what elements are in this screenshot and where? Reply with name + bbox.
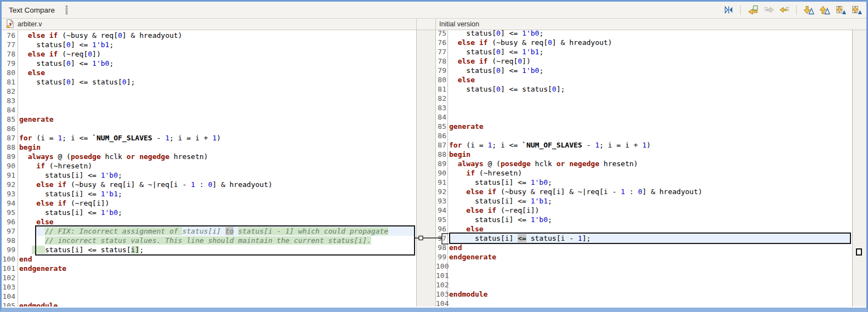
- code-text: else if (~busy & req[i] & ~|req[i - 1 : …: [18, 180, 416, 189]
- code-line[interactable]: 80 else: [2, 68, 416, 77]
- code-line[interactable]: 93 status[i] <= 1'b1;: [2, 189, 416, 198]
- code-line[interactable]: 79 status[0] <= 1'b0;: [436, 66, 852, 75]
- code-line[interactable]: 82: [2, 87, 416, 96]
- code-line[interactable]: 83: [2, 96, 416, 105]
- line-number: 78: [436, 56, 448, 66]
- pane-header-right[interactable]: Initial version: [436, 19, 852, 30]
- code-line[interactable]: 91 status[i] <= 1'b0;: [436, 178, 852, 187]
- code-text: status[i] <= 1'b0;: [448, 178, 852, 187]
- line-number: 100: [436, 262, 448, 271]
- code-line[interactable]: 90 if (~hresetn): [2, 161, 416, 171]
- previous-change-icon[interactable]: [850, 4, 862, 15]
- code-line[interactable]: 96 else: [2, 217, 416, 226]
- code-line[interactable]: 85generate: [436, 122, 852, 131]
- code-text: else if (~req[i]): [18, 198, 416, 208]
- code-text: // FIX: Incorrect assignment of status[i…: [18, 226, 416, 236]
- code-line[interactable]: 91 status[i] <= 1'b0;: [2, 171, 416, 180]
- code-line[interactable]: 94 else if (~req[i]): [2, 198, 416, 208]
- code-line[interactable]: 86: [2, 124, 416, 133]
- code-line[interactable]: 85generate: [2, 115, 416, 124]
- code-line[interactable]: 99 status[i] <= status[i];: [2, 245, 416, 254]
- code-text: else if (~req[i]): [448, 206, 852, 215]
- line-number: 104: [2, 292, 18, 301]
- line-number: 90: [2, 161, 18, 171]
- copy-current-right-to-left-icon[interactable]: [779, 4, 790, 15]
- line-number: 95: [2, 208, 18, 217]
- code-line[interactable]: 98 // incorrect status values. This line…: [2, 236, 416, 245]
- code-line[interactable]: 104: [2, 292, 416, 301]
- code-line[interactable]: 104: [436, 299, 852, 307]
- code-line[interactable]: 82: [436, 94, 852, 103]
- code-line[interactable]: 97 status[i] <= status[i - 1];: [436, 234, 852, 243]
- code-line[interactable]: 95 status[i] <= 1'b0;: [436, 215, 852, 224]
- code-line[interactable]: 95 status[i] <= 1'b0;: [2, 208, 416, 217]
- code-line[interactable]: 98end: [436, 243, 852, 252]
- right-code-pane[interactable]: 75 status[0] <= 1'b0;76 else if (~busy &…: [436, 30, 852, 307]
- code-line[interactable]: 94 else if (~req[i]): [436, 206, 852, 215]
- code-text: generate: [448, 122, 852, 131]
- code-line[interactable]: 81 status[0] <= status[0];: [2, 77, 416, 87]
- code-line[interactable]: 83: [436, 103, 852, 112]
- code-text: [448, 112, 852, 122]
- copy-all-right-to-left-icon[interactable]: [747, 4, 758, 15]
- code-line[interactable]: 81 status[0] <= status[0];: [436, 84, 852, 94]
- code-line[interactable]: 97 // FIX: Incorrect assignment of statu…: [2, 226, 416, 236]
- line-number: 93: [2, 189, 18, 198]
- previous-difference-icon[interactable]: [819, 4, 830, 15]
- code-line[interactable]: 93 status[i] <= 1'b1;: [436, 196, 852, 206]
- view-title: Text Compare: [9, 6, 55, 14]
- code-line[interactable]: 100end: [2, 254, 416, 264]
- code-line[interactable]: 102: [2, 273, 416, 282]
- line-number: 101: [436, 271, 448, 280]
- diff-connector[interactable]: [415, 223, 451, 247]
- code-line[interactable]: 103endmodule: [436, 290, 852, 299]
- copy-current-left-to-right-icon[interactable]: [763, 4, 774, 15]
- code-line[interactable]: 87for (i = 1; i <= `NUM_OF_SLAVES - 1; i…: [2, 133, 416, 143]
- code-line[interactable]: 79 status[0] <= 1'b0;: [2, 59, 416, 68]
- code-text: [448, 280, 852, 290]
- code-line[interactable]: 101: [436, 271, 852, 280]
- left-code-pane[interactable]: 76 else if (~busy & req[0] & hreadyout)7…: [2, 30, 417, 307]
- swap-view-icon[interactable]: [723, 4, 734, 15]
- code-line[interactable]: 76 else if (~busy & req[0] & hreadyout): [436, 38, 852, 47]
- code-text: if (~hresetn): [18, 161, 416, 171]
- line-number: 94: [436, 206, 448, 215]
- code-line[interactable]: 92 else if (~busy & req[i] & ~|req[i - 1…: [436, 187, 852, 196]
- overview-ruler[interactable]: [852, 30, 866, 307]
- code-line[interactable]: 88begin: [2, 143, 416, 152]
- code-line[interactable]: 99endgenerate: [436, 252, 852, 262]
- next-change-icon[interactable]: [835, 4, 846, 15]
- code-line[interactable]: 80 else: [436, 75, 852, 84]
- overview-diff-marker[interactable]: [856, 248, 862, 256]
- line-number: 75: [436, 30, 448, 38]
- code-text: else: [18, 68, 416, 77]
- code-line[interactable]: 87for (i = 1; i <= `NUM_OF_SLAVES - 1; i…: [436, 140, 852, 150]
- view-menu-icon[interactable]: [65, 5, 69, 15]
- code-line[interactable]: 89 always @ (posedge hclk or negedge hre…: [436, 159, 852, 168]
- code-line[interactable]: 75 status[0] <= 1'b0;: [436, 30, 852, 38]
- code-line[interactable]: 96 else: [436, 224, 852, 234]
- code-line[interactable]: 76 else if (~busy & req[0] & hreadyout): [2, 31, 416, 40]
- code-text: status[i] <= status[i - 1];: [448, 234, 852, 243]
- code-line[interactable]: 100: [436, 262, 852, 271]
- code-line[interactable]: 92 else if (~busy & req[i] & ~|req[i - 1…: [2, 180, 416, 189]
- line-number: 79: [436, 66, 448, 75]
- code-line[interactable]: 90 if (~hresetn): [436, 168, 852, 178]
- next-difference-icon[interactable]: [803, 4, 814, 15]
- code-line[interactable]: 84: [2, 105, 416, 115]
- code-line[interactable]: 86: [436, 131, 852, 140]
- code-line[interactable]: 89 always @ (posedge hclk or negedge hre…: [2, 152, 416, 161]
- code-line[interactable]: 103: [2, 282, 416, 292]
- code-line[interactable]: 105endmodule: [2, 301, 416, 307]
- code-text: [448, 94, 852, 103]
- code-line[interactable]: 101endgenerate: [2, 264, 416, 273]
- code-line[interactable]: 78 else if (~req[0]): [436, 56, 852, 66]
- pane-header-left[interactable]: v arbiter.v: [2, 19, 417, 30]
- code-line[interactable]: 78 else if (~req[0]): [2, 49, 416, 59]
- code-line[interactable]: 84: [436, 112, 852, 122]
- code-line[interactable]: 77 status[0] <= 1'b1;: [436, 47, 852, 56]
- code-line[interactable]: 77 status[0] <= 1'b1;: [2, 40, 416, 49]
- code-text: status[i] <= 1'b1;: [448, 196, 852, 206]
- code-line[interactable]: 88begin: [436, 150, 852, 159]
- code-line[interactable]: 102: [436, 280, 852, 290]
